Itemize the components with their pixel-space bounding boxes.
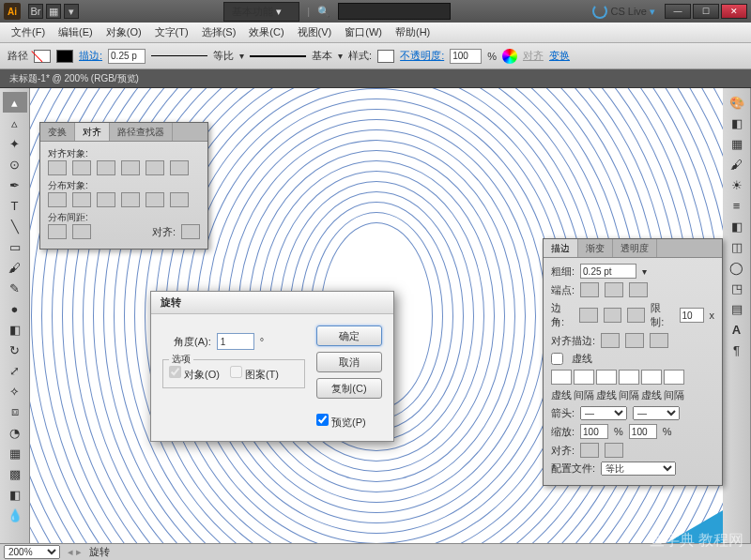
opacity-link[interactable]: 不透明度: [400,49,444,63]
style-swatch[interactable] [377,50,394,63]
shape-builder-tool[interactable]: ◔ [3,422,27,443]
transform-link[interactable]: 变换 [549,49,570,63]
cancel-button[interactable]: 取消 [316,352,382,372]
rect-tool[interactable]: ▭ [3,236,27,257]
gradient-panel-icon[interactable]: ◧ [725,216,749,236]
lasso-tool[interactable]: ⊙ [3,154,27,174]
copy-button[interactable]: 复制(C) [316,378,382,399]
menu-object[interactable]: 对象(O) [100,23,147,42]
menu-type[interactable]: 文字(T) [149,23,194,42]
menu-edit[interactable]: 编辑(E) [53,23,99,42]
align-to-icon[interactable] [181,224,200,239]
align-hcenter-icon[interactable] [72,160,91,175]
opacity-input[interactable] [450,49,482,64]
preview-checkbox[interactable] [316,414,329,426]
tab-pathfinder[interactable]: 路径查找器 [110,123,173,141]
type-tool[interactable]: T [3,195,27,216]
rotate-tool[interactable]: ↻ [3,340,27,360]
gradient-tool[interactable]: ◧ [3,484,27,505]
selection-tool[interactable]: ▴ [3,92,27,113]
tab-align[interactable]: 对齐 [75,123,110,141]
scale2-input[interactable] [629,424,657,439]
profile-select[interactable]: 等比 [601,462,676,476]
dist-vcenter-icon[interactable] [72,192,91,207]
dist-vspace-icon[interactable] [48,224,67,239]
transparency-icon[interactable]: ◫ [725,236,749,257]
pencil-tool[interactable]: ✎ [3,278,27,298]
color-panel-icon[interactable]: 🎨 [725,92,749,113]
cap-butt-icon[interactable] [580,282,599,297]
menu-effect[interactable]: 效果(C) [243,23,289,42]
option-objects[interactable]: 对象(O) [169,369,220,380]
document-tab[interactable]: 未标题-1* @ 200% (RGB/预览) [0,69,751,88]
align-left-icon[interactable] [48,160,67,175]
fill-swatch[interactable] [34,50,51,63]
eyedropper-tool[interactable]: 💧 [3,505,27,525]
dash-checkbox[interactable] [551,353,563,365]
ok-button[interactable]: 确定 [316,325,382,346]
dash1-input[interactable] [551,370,572,385]
align-bottom-icon[interactable] [170,160,189,175]
scale1-input[interactable] [580,424,608,439]
maximize-button[interactable]: ☐ [693,4,719,19]
tab-stroke[interactable]: 描边 [544,239,578,257]
align-top-icon[interactable] [121,160,140,175]
dist-bottom-icon[interactable] [97,192,115,207]
dist-left-icon[interactable] [121,192,140,207]
stroke-panel-icon[interactable]: ≡ [725,195,749,216]
mesh-tool[interactable]: ▩ [3,463,27,484]
magic-wand-tool[interactable]: ✦ [3,133,27,154]
menu-help[interactable]: 帮助(H) [390,23,436,42]
symbols-icon[interactable]: ☀ [725,174,749,195]
menu-select[interactable]: 选择(S) [196,23,242,42]
blob-tool[interactable]: ● [3,298,27,319]
dash-select[interactable]: 等比 [213,49,234,63]
free-transform-tool[interactable]: ⧈ [3,401,27,422]
corner-miter-icon[interactable] [579,308,597,323]
align-stroke-outside-icon[interactable] [650,333,668,348]
preview-option[interactable]: 预览(P) [316,414,382,430]
pen-tool[interactable]: ✒ [3,174,27,195]
perspective-tool[interactable]: ▦ [3,443,27,463]
appearance-icon[interactable]: ◯ [725,257,749,278]
brush-tool[interactable]: 🖌 [3,257,27,278]
corner-bevel-icon[interactable] [627,308,645,323]
arrange-button[interactable]: ▾ [64,4,79,19]
patterns-checkbox[interactable] [230,366,242,378]
stroke-link[interactable]: 描边: [79,49,102,63]
align-stroke-center-icon[interactable] [601,333,620,348]
weight-input[interactable] [580,264,636,279]
stroke-weight-input[interactable] [108,49,146,64]
gap1-input[interactable] [574,370,594,385]
dash2-input[interactable] [596,370,617,385]
align-right-icon[interactable] [97,160,115,175]
dist-top-icon[interactable] [48,192,67,207]
objects-checkbox[interactable] [169,366,181,378]
gap3-input[interactable] [664,370,684,385]
scale-tool[interactable]: ⤢ [3,360,27,381]
line-tool[interactable]: ╲ [3,216,27,236]
option-patterns[interactable]: 图案(T) [230,369,279,380]
zoom-select[interactable]: 200% [4,545,60,559]
cslive-button[interactable]: CS Live ▾ [592,4,655,19]
minimize-button[interactable]: — [665,4,691,19]
cap-round-icon[interactable] [605,282,623,297]
arrow-align1-icon[interactable] [580,443,599,458]
align-stroke-inside-icon[interactable] [625,333,644,348]
tab-transform[interactable]: 变换 [40,123,75,141]
swatches-icon[interactable]: ▦ [725,133,749,154]
workspace-selector[interactable]: 基本功能 ▾ [223,2,299,22]
recolor-icon[interactable] [502,49,517,64]
layers-icon[interactable]: ▤ [725,298,749,319]
width-tool[interactable]: ⟡ [3,381,27,401]
dash3-input[interactable] [641,370,662,385]
cap-square-icon[interactable] [629,282,648,297]
color-guide-icon[interactable]: ◧ [725,113,749,133]
menu-file[interactable]: 文件(F) [6,23,51,42]
gap2-input[interactable] [619,370,639,385]
tab-gradient[interactable]: 渐变 [578,239,613,257]
search-input[interactable] [338,3,451,20]
brush-select[interactable]: 基本 [312,49,332,63]
graphic-styles-icon[interactable]: ◳ [725,278,749,298]
eraser-tool[interactable]: ◧ [3,319,27,340]
